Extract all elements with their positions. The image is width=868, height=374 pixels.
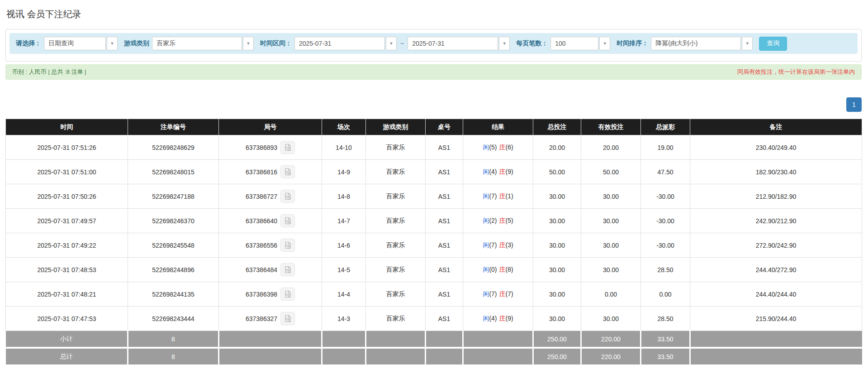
chevron-down-icon[interactable]: ▼: [742, 37, 753, 50]
cell-total-bet[interactable]: 30.00: [533, 209, 581, 233]
filter-group-sort: 时间排序： 降冪(由大到小) ▼: [617, 37, 753, 50]
sort-select[interactable]: 降冪(由大到小) ▼: [651, 37, 753, 50]
header-payout: 总派彩: [641, 119, 690, 135]
table-header-row: 时间 注单编号 局号 场次 游戏类别 桌号 结果 总投注 有效投注 总派彩 备注: [6, 119, 862, 135]
cell-total-bet[interactable]: 30.00: [533, 184, 581, 209]
date-to-value: 2025-07-31: [408, 37, 498, 50]
player-points: (7): [489, 241, 497, 249]
chevron-down-icon[interactable]: ▼: [499, 37, 510, 50]
banker-result: 庄: [499, 266, 506, 273]
search-button[interactable]: 查询: [759, 37, 787, 51]
game-type-select[interactable]: 百家乐 ▼: [152, 37, 254, 50]
cell-session: 14-4: [322, 282, 366, 307]
cell-bet-id: 522698244896: [128, 258, 219, 282]
cell-valid-bet: 30.00: [581, 307, 641, 331]
cell-total-bet[interactable]: 30.00: [533, 282, 581, 307]
cell-game-type: 百家乐: [366, 258, 426, 282]
player-result: 闲: [483, 192, 489, 200]
cell-payout: 28.50: [641, 307, 690, 331]
video-replay-button[interactable]: [280, 214, 295, 227]
currency-total-text: 币别 : 人民币 | 总共 :8 注单 |: [12, 68, 86, 76]
subtotal-label: 小计: [6, 331, 128, 348]
chevron-down-icon[interactable]: ▼: [243, 37, 254, 50]
cell-payout: 47.50: [641, 160, 690, 184]
cell-total-bet[interactable]: 20.00: [533, 135, 581, 160]
player-result: 闲: [483, 144, 489, 151]
banker-points: (7): [506, 290, 513, 297]
round-number: 637386640: [246, 217, 277, 225]
cell-note: 244.40/244.40: [690, 282, 862, 307]
pagination-page-1[interactable]: 1: [846, 97, 862, 112]
per-page-select[interactable]: 100 ▼: [550, 37, 610, 50]
cell-payout: -30.00: [641, 184, 690, 209]
header-game-type: 游戏类别: [366, 119, 426, 135]
cell-bet-id: 522698244135: [128, 282, 219, 307]
cell-table-no: AS1: [426, 282, 463, 307]
cell-total-bet[interactable]: 30.00: [533, 233, 581, 258]
video-replay-button[interactable]: [280, 288, 295, 301]
banker-points: (6): [506, 144, 513, 151]
cell-table-no: AS1: [426, 307, 463, 331]
round-number: 637386816: [246, 168, 277, 176]
filter-bar: 请选择： 日期查询 ▼ 游戏类别 百家乐 ▼ 时间区间： 2025-07-31 …: [9, 33, 858, 54]
cell-session: 14-6: [322, 233, 366, 258]
chevron-down-icon[interactable]: ▼: [107, 37, 118, 50]
date-from-value: 2025-07-31: [294, 37, 385, 50]
total-label: 总计: [6, 348, 128, 364]
cell-table-no: AS1: [426, 233, 463, 258]
cell-table-no: AS1: [426, 184, 463, 209]
query-type-select[interactable]: 日期查询 ▼: [44, 37, 118, 50]
banker-points: (9): [506, 168, 513, 175]
sort-label: 时间排序：: [617, 39, 648, 48]
player-result: 闲: [483, 168, 489, 175]
cell-game-type: 百家乐: [366, 184, 426, 209]
chevron-down-icon[interactable]: ▼: [599, 37, 610, 50]
total-payout: 33.50: [641, 348, 690, 364]
per-page-label: 每页笔数：: [516, 39, 548, 48]
cell-table-no: AS1: [426, 209, 463, 233]
filter-group-per-page: 每页笔数： 100 ▼: [516, 37, 610, 50]
cell-bet-id: 522698248015: [128, 160, 219, 184]
sort-value: 降冪(由大到小): [651, 37, 741, 50]
banker-result: 庄: [499, 144, 506, 151]
video-replay-button[interactable]: [280, 239, 295, 252]
cell-payout: -30.00: [641, 233, 690, 258]
cell-bet-id: 522698246370: [128, 209, 219, 233]
chevron-down-icon[interactable]: ▼: [386, 37, 397, 50]
cell-total-bet[interactable]: 30.00: [533, 307, 581, 331]
cell-total-bet[interactable]: 30.00: [533, 258, 581, 282]
banker-result: 庄: [499, 168, 506, 175]
per-page-value: 100: [550, 37, 598, 50]
banker-result: 庄: [499, 217, 506, 224]
cell-total-bet[interactable]: 50.00: [533, 160, 581, 184]
table-row: 2025-07-31 07:48:21 522698244135 6373863…: [6, 282, 862, 307]
cell-session: 14-5: [322, 258, 366, 282]
video-replay-button[interactable]: [280, 263, 295, 276]
date-to-select[interactable]: 2025-07-31 ▼: [408, 37, 510, 50]
header-bet-id: 注单编号: [128, 119, 219, 135]
cell-round-id: 637386816: [219, 160, 322, 184]
cell-time: 2025-07-31 07:48:21: [6, 282, 128, 307]
filter-group-query-type: 请选择： 日期查询 ▼: [16, 37, 118, 50]
player-result: 闲: [483, 315, 489, 322]
video-replay-button[interactable]: [280, 312, 295, 325]
game-type-label: 游戏类别: [124, 39, 149, 48]
cell-time: 2025-07-31 07:47:53: [6, 307, 128, 331]
video-replay-button[interactable]: [280, 165, 295, 178]
cell-time: 2025-07-31 07:49:22: [6, 233, 128, 258]
video-replay-button[interactable]: [280, 141, 295, 154]
page-title: 视讯 会员下注纪录: [6, 8, 81, 20]
cell-bet-id: 522698247188: [128, 184, 219, 209]
video-replay-button[interactable]: [280, 190, 295, 203]
video-replay-icon: [284, 168, 292, 176]
cell-result: 闲(4)庄(9): [463, 307, 533, 331]
date-from-select[interactable]: 2025-07-31 ▼: [294, 37, 397, 50]
cell-note: 215.90/244.40: [690, 307, 862, 331]
round-number: 637386893: [246, 144, 277, 151]
cell-time: 2025-07-31 07:51:26: [6, 135, 128, 160]
cell-game-type: 百家乐: [366, 160, 426, 184]
cell-round-id: 637386556: [219, 233, 322, 258]
banker-result: 庄: [499, 192, 506, 200]
cell-round-id: 637386727: [219, 184, 322, 209]
cell-game-type: 百家乐: [366, 307, 426, 331]
